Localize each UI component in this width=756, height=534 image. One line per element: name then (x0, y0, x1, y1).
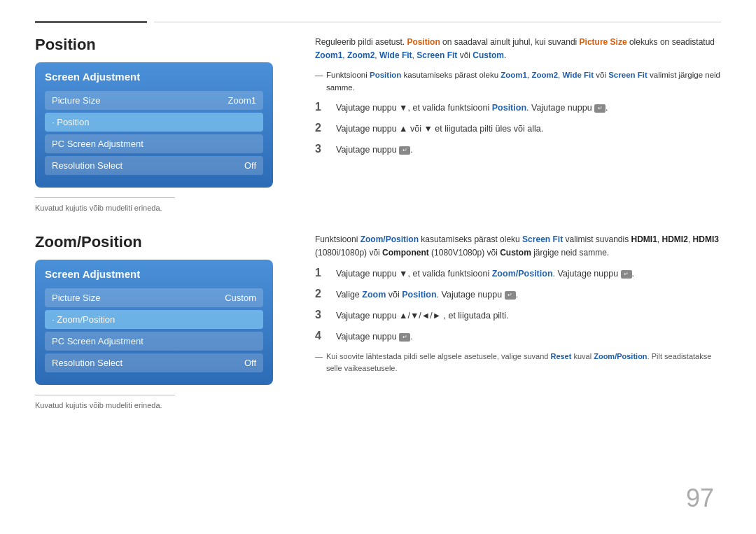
menu-row-pc-screen-1: PC Screen Adjustment (45, 134, 263, 153)
divider-1 (35, 197, 175, 198)
menu-row-resolution-2: Resolution Select Off (45, 353, 263, 372)
menu-label-position: · Position (52, 117, 89, 127)
section-zoom-position-title: Zoom/Position (35, 233, 287, 251)
position-steps: 1 Vajutage nuppu ▼, et valida funktsioon… (315, 101, 721, 157)
menu-row-resolution-1: Resolution Select Off (45, 156, 263, 175)
step-1-1: 1 Vajutage nuppu ▼, et valida funktsioon… (315, 101, 721, 115)
menu-value-resolution-2: Off (244, 358, 256, 368)
menu-value-picture-size-2: Custom (225, 293, 256, 303)
screen-adjustment-box-2: Screen Adjustment Picture Size Custom · … (35, 260, 273, 385)
screen-box-1-title: Screen Adjustment (45, 71, 263, 85)
menu-label-pc-screen-1: PC Screen Adjustment (52, 139, 144, 149)
section-zoom-position-left: Zoom/Position Screen Adjustment Picture … (35, 233, 287, 409)
menu-label-picture-size-2: Picture Size (52, 293, 100, 303)
section-position-right: Reguleerib pildi asetust. Position on sa… (315, 36, 721, 212)
menu-row-picture-size-2: Picture Size Custom (45, 288, 263, 307)
position-dash-note: Funktsiooni Position kasutamiseks pärast… (315, 69, 721, 94)
screen-adjustment-box-1: Screen Adjustment Picture Size Zoom1 · P… (35, 62, 273, 188)
menu-label-pc-screen-2: PC Screen Adjustment (52, 336, 144, 346)
page-number: 97 (686, 484, 714, 513)
step-2-2: 2 Valige Zoom või Position. Vajutage nup… (315, 288, 721, 302)
screen-box-2-title: Screen Adjustment (45, 268, 263, 283)
step-2-3: 3 Vajutage nuppu ▲/▼/◄/► , et liigutada … (315, 309, 721, 323)
zoom-position-steps: 1 Vajutage nuppu ▼, et valida funktsioon… (315, 267, 721, 344)
menu-value-resolution-1: Off (244, 160, 256, 171)
menu-row-position: · Position (45, 113, 263, 132)
menu-row-picture-size-1: Picture Size Zoom1 (45, 91, 263, 110)
menu-row-pc-screen-2: PC Screen Adjustment (45, 332, 263, 351)
note-1: Kuvatud kujutis võib mudeliti erineda. (35, 204, 287, 212)
step-2-4: 4 Vajutage nuppu ↵. (315, 330, 721, 344)
section-zoom-position-right: Funktsiooni Zoom/Position kasutamiseks p… (315, 233, 721, 409)
menu-label-zoom-position: · Zoom/Position (52, 314, 115, 325)
menu-label-resolution-2: Resolution Select (52, 358, 122, 368)
section-position: Position Screen Adjustment Picture Size … (35, 36, 721, 212)
top-divider (35, 21, 721, 23)
divider-2 (35, 395, 175, 395)
section-zoom-position: Zoom/Position Screen Adjustment Picture … (35, 233, 721, 409)
note-2: Kuvatud kujutis võib mudeliti erineda. (35, 401, 287, 409)
menu-value-picture-size-1: Zoom1 (228, 95, 256, 106)
section-position-title: Position (35, 36, 287, 54)
menu-label-resolution-1: Resolution Select (52, 160, 122, 171)
step-1-2: 2 Vajutage nuppu ▲ või ▼ et liigutada pi… (315, 122, 721, 136)
zoom-position-intro: Funktsiooni Zoom/Position kasutamiseks p… (315, 233, 721, 260)
section-position-left: Position Screen Adjustment Picture Size … (35, 36, 287, 212)
step-1-3: 3 Vajutage nuppu ↵. (315, 143, 721, 157)
zoom-position-sub-note: Kui soovite lähtestada pildi selle algse… (315, 351, 721, 374)
menu-row-zoom-position: · Zoom/Position (45, 310, 263, 329)
step-2-1: 1 Vajutage nuppu ▼, et valida funktsioon… (315, 267, 721, 281)
menu-label-picture-size-1: Picture Size (52, 95, 100, 106)
position-intro: Reguleerib pildi asetust. Position on sa… (315, 36, 721, 62)
